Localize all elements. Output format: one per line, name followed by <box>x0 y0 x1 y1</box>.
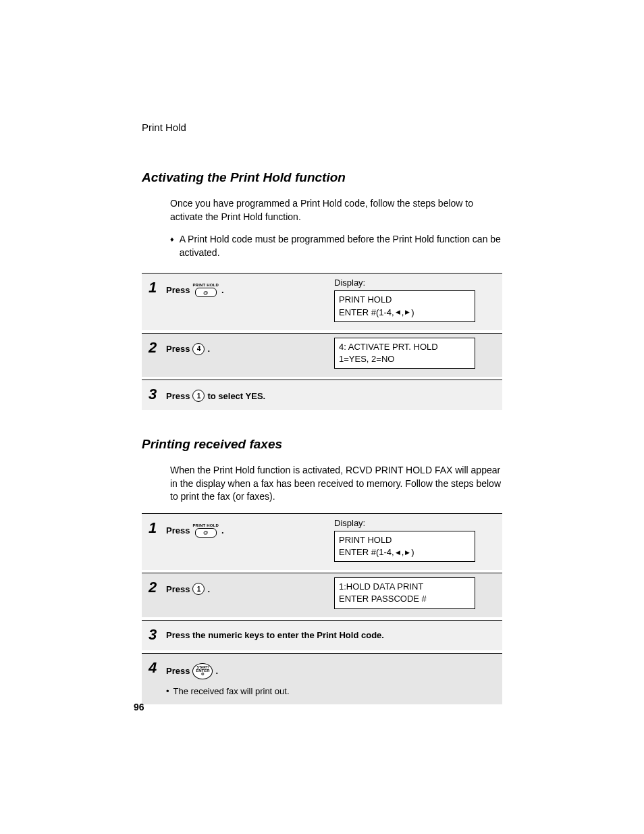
display-box: PRINT HOLD ENTER #(1-4, ◀, ▶ ) <box>334 531 475 562</box>
start-enter-button-icon: START/ ENTER Φ <box>192 663 213 679</box>
display-label: Display: <box>334 518 495 528</box>
intro-paragraph: Once you have programmed a Print Hold co… <box>170 197 502 224</box>
print-hold-button-icon: PRINT HOLD @ <box>192 523 219 538</box>
display-line-2: ENTER #(1-4, ◀, ▶ ) <box>339 307 471 319</box>
step-period: . <box>221 525 224 536</box>
step-row-1: 1 Press PRINT HOLD @ . Display: PRINT HO… <box>142 513 502 570</box>
print-hold-button-icon: PRINT HOLD @ <box>192 283 219 297</box>
step-number: 1 <box>149 280 166 295</box>
step-instruction: Press 1 . <box>166 583 210 595</box>
numeric-key-1-icon: 1 <box>192 583 205 595</box>
note-bullet: ♦ A Print Hold code must be programmed b… <box>170 233 502 259</box>
print-hold-label: PRINT HOLD <box>192 283 219 287</box>
display-box: 4: ACTIVATE PRT. HOLD 1=YES, 2=NO <box>334 338 475 369</box>
step-row-2: 2 Press 1 . 1:HOLD DATA PRINT ENTER PASS… <box>142 573 502 617</box>
step-period: . <box>207 584 210 594</box>
display-line-1: PRINT HOLD <box>339 534 471 546</box>
step-number: 2 <box>149 340 166 355</box>
step-instruction: Press 1 to select YES. <box>166 390 265 402</box>
step-number: 3 <box>149 627 166 642</box>
left-arrow-icon: ◀ <box>396 309 400 315</box>
step-instruction: Press PRINT HOLD @ . <box>166 523 224 538</box>
right-arrow-icon: ▶ <box>405 309 410 315</box>
step-subnote: • The received fax will print out. <box>166 686 495 696</box>
display-line-2: ENTER #(1-4, ◀, ▶ ) <box>339 546 471 558</box>
step-row-2: 2 Press 4 . 4: ACTIVATE PRT. HOLD 1=YES,… <box>142 333 502 377</box>
step-period: . <box>215 666 218 676</box>
step-row-3: 3 Press 1 to select YES. <box>142 380 502 410</box>
display-line-1: 4: ACTIVATE PRT. HOLD <box>339 341 471 353</box>
step-text: Press the numeric keys to enter the Prin… <box>166 630 384 640</box>
document-page: Print Hold Activating the Print Hold fun… <box>0 0 644 834</box>
left-arrow-icon: ◀ <box>396 550 400 556</box>
step-press-label: Press <box>166 525 190 536</box>
display-label: Display: <box>334 278 495 288</box>
step-press-label: Press <box>166 285 190 295</box>
page-number: 96 <box>134 702 144 712</box>
display-line-1: PRINT HOLD <box>339 294 471 306</box>
numeric-key-1-icon: 1 <box>192 390 205 402</box>
step-press-label: Press <box>166 666 190 676</box>
display-line-2: ENTER PASSCODE # <box>339 593 471 605</box>
numeric-key-4-icon: 4 <box>192 343 205 355</box>
right-arrow-icon: ▶ <box>405 550 410 556</box>
step-number: 1 <box>149 521 166 536</box>
step-press-label: Press <box>166 391 190 401</box>
print-hold-symbol: @ <box>195 528 217 538</box>
step-instruction: Press PRINT HOLD @ . <box>166 283 224 297</box>
step-instruction: Press START/ ENTER Φ . <box>166 663 218 679</box>
step-row-3: 3 Press the numeric keys to enter the Pr… <box>142 620 502 650</box>
step-press-label: Press <box>166 344 190 354</box>
step-tail-text: to select YES. <box>207 391 265 401</box>
step-period: . <box>207 344 210 354</box>
intro-paragraph: When the Print Hold function is activate… <box>170 464 502 504</box>
step-row-1: 1 Press PRINT HOLD @ . Display: PRINT HO… <box>142 273 502 330</box>
phi-icon: Φ <box>201 673 204 676</box>
display-line-1: 1:HOLD DATA PRINT <box>339 581 471 593</box>
section-heading-printing: Printing received faxes <box>142 437 502 452</box>
print-hold-label: PRINT HOLD <box>192 523 219 527</box>
step-instruction: Press 4 . <box>166 343 210 355</box>
step-number: 4 <box>149 660 166 675</box>
step-period: . <box>221 285 224 295</box>
diamond-bullet-icon: ♦ <box>170 233 174 259</box>
step-instruction: Press the numeric keys to enter the Prin… <box>166 630 384 640</box>
step-row-4: 4 Press START/ ENTER Φ . • The received … <box>142 653 502 704</box>
display-line-2: 1=YES, 2=NO <box>339 353 471 365</box>
subnote-text: The received fax will print out. <box>173 686 290 696</box>
bullet-icon: • <box>166 686 169 696</box>
print-hold-symbol: @ <box>195 288 217 297</box>
step-number: 2 <box>149 580 166 595</box>
step-press-label: Press <box>166 584 190 594</box>
display-box: 1:HOLD DATA PRINT ENTER PASSCODE # <box>334 577 475 608</box>
note-text: A Print Hold code must be programmed bef… <box>180 233 502 259</box>
running-header: Print Hold <box>142 122 502 133</box>
display-box: PRINT HOLD ENTER #(1-4, ◀, ▶ ) <box>334 290 475 321</box>
step-number: 3 <box>149 387 166 402</box>
section-heading-activating: Activating the Print Hold function <box>142 170 502 185</box>
